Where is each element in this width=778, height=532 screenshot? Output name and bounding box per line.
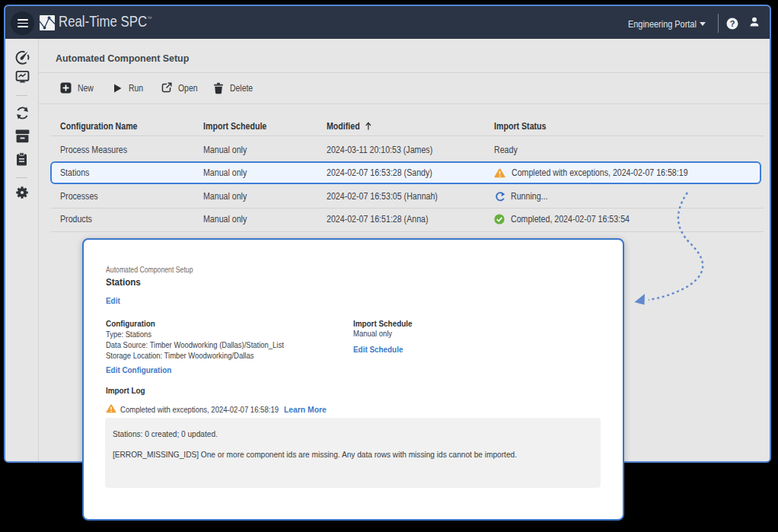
svg-text:?: ? [730,19,735,28]
